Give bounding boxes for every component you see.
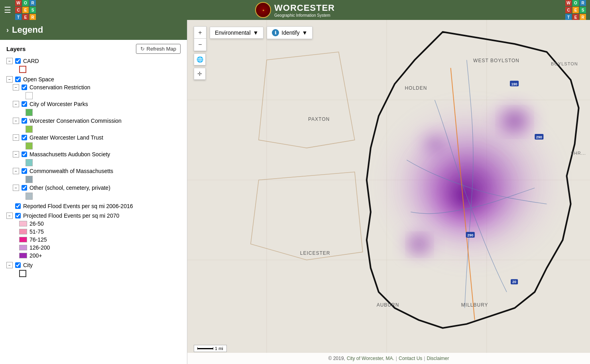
card-swatch-row <box>6 65 181 74</box>
legend-label-76-125: 76-125 <box>30 236 47 243</box>
svg-text:290: 290 <box>536 135 542 139</box>
checkbox-other[interactable] <box>22 185 27 191</box>
collapse-conservation-button[interactable]: − <box>13 84 19 91</box>
crosshair-button[interactable]: ✛ <box>194 68 206 80</box>
layer-label-projected-flood: Projected Flood Events per sq mi 2070 <box>23 212 119 219</box>
zoom-out-button[interactable]: − <box>194 39 206 51</box>
legend-item-26-50: 26-50 <box>6 220 181 228</box>
environmental-dropdown[interactable]: Environmental ▼ <box>210 27 264 39</box>
logo-w: W <box>15 0 22 6</box>
collapse-mas-button[interactable]: − <box>13 151 19 157</box>
gwlt-swatch-row <box>6 142 181 150</box>
layers-title: Layers <box>6 45 26 52</box>
collapse-wcc-button[interactable]: − <box>13 118 19 124</box>
checkbox-com[interactable] <box>22 168 27 174</box>
logo-r-t: T <box>565 14 572 20</box>
legend-item-76-125: 76-125 <box>6 236 181 244</box>
legend-chevron-icon[interactable]: › <box>6 26 9 34</box>
checkbox-gwlt[interactable] <box>22 135 27 140</box>
map-label-boylston: BOYLSTON <box>551 61 578 66</box>
legend-item-200plus: 200+ <box>6 252 181 260</box>
worcester-title: WORCESTER <box>274 3 335 13</box>
contact-us-link[interactable]: Contact Us <box>399 356 422 361</box>
collapse-other-button[interactable]: − <box>13 185 19 191</box>
layer-row-card: − CARD <box>6 57 181 65</box>
worcester-branding: WORCESTER Geographic Information System <box>274 3 335 18</box>
logo-s: S <box>30 7 36 13</box>
checkbox-conservation-restriction[interactable] <box>22 85 27 90</box>
layer-row-com: − Commonwealth of Massachusetts <box>6 167 181 175</box>
logo-r-s: S <box>580 7 586 13</box>
identify-label: Identify <box>281 30 299 36</box>
legend-title: Legend <box>12 25 43 35</box>
layer-label-card: CARD <box>23 58 39 64</box>
identify-dropdown[interactable]: ℹ Identify ▼ <box>267 26 313 39</box>
layer-row-mas: − Massachusetts Audubon Society <box>6 150 181 158</box>
header: ☰ W O R C E S T E R ★ WORCESTER Geograph… <box>0 0 590 20</box>
dropdown-group: Environmental ▼ ℹ Identify ▼ <box>210 26 313 39</box>
svg-text:290: 290 <box>467 233 473 237</box>
map-label-millbury: MILLBURY <box>461 302 488 308</box>
mas-color-swatch <box>26 159 33 166</box>
map-label-paxton: PAXTON <box>308 116 330 122</box>
checkbox-city[interactable] <box>15 262 21 268</box>
layer-group-card: − CARD <box>6 57 181 74</box>
scale-line <box>197 348 213 349</box>
logo-r-c: C <box>565 7 572 13</box>
layer-label-conservation-restriction: Conservation Restriction <box>30 84 90 91</box>
header-center: ★ WORCESTER Geographic Information Syste… <box>255 2 335 18</box>
refresh-label: Refresh Map <box>147 46 176 52</box>
checkbox-card[interactable] <box>15 58 21 64</box>
layer-row-open-space: − Open Space <box>6 75 181 83</box>
checkbox-city-parks[interactable] <box>22 101 27 107</box>
hamburger-icon[interactable]: ☰ <box>4 5 11 15</box>
com-color-swatch <box>26 176 33 183</box>
scale-label: 1 mi <box>215 346 223 351</box>
layer-group-projected-flood: − Projected Flood Events per sq mi 2070 … <box>6 212 181 260</box>
legend-swatch-200plus <box>19 253 27 258</box>
layer-row-reported-flood: Reported Flood Events per sq mi 2006-201… <box>6 202 181 210</box>
legend-swatch-51-75 <box>19 229 27 234</box>
logo-t: T <box>15 14 22 20</box>
zoom-controls: + − <box>194 26 206 51</box>
collapse-city-parks-button[interactable]: − <box>13 101 19 107</box>
zoom-in-button[interactable]: + <box>194 27 206 39</box>
map-label-holden: HOLDEN <box>405 85 427 91</box>
layer-row-conservation-restriction: − Conservation Restriction <box>6 83 181 91</box>
globe-button[interactable]: 🌐 <box>194 53 206 65</box>
collapse-open-space-button[interactable]: − <box>6 76 13 83</box>
refresh-map-button[interactable]: ↻ Refresh Map <box>136 44 181 54</box>
checkbox-mas[interactable] <box>22 152 27 157</box>
sep2: | <box>424 356 425 361</box>
checkbox-open-space[interactable] <box>15 77 21 82</box>
collapse-com-button[interactable]: − <box>13 168 19 174</box>
map-area[interactable]: 190 290 290 20 WEST BOYLSTON HOLDEN <box>187 20 590 364</box>
wrc-logo-right: W O R C E S T E R <box>565 0 586 20</box>
collapse-projected-flood-button[interactable]: − <box>6 212 13 219</box>
collapse-city-button[interactable]: − <box>6 262 13 268</box>
legend-swatch-76-125 <box>19 237 27 242</box>
checkbox-projected-flood[interactable] <box>15 213 21 218</box>
disclaimer-link[interactable]: Disclaimer <box>427 356 449 361</box>
collapse-card-button[interactable]: − <box>6 58 13 64</box>
svg-text:20: 20 <box>512 280 516 284</box>
wrc-logo-left: W O R C E S T E R <box>15 0 36 20</box>
city-link[interactable]: City of Worcester, MA. <box>347 356 394 361</box>
logo-r: R <box>30 0 36 6</box>
checkbox-reported-flood[interactable] <box>15 203 21 209</box>
worcester-seal: ★ <box>255 2 271 18</box>
checkbox-wcc[interactable] <box>22 118 27 124</box>
map-label-sh: SHR... <box>571 151 586 155</box>
collapse-gwlt-button[interactable]: − <box>13 134 19 141</box>
conservation-color-swatch <box>26 92 33 99</box>
layer-label-gwlt: Greater Worcester Land Trust <box>30 134 103 141</box>
logo-r-r2: R <box>580 14 586 20</box>
header-left: ☰ W O R C E S T E R <box>4 0 36 20</box>
logo-r-w: W <box>565 0 572 6</box>
layer-row-wcc: − Worcester Conservation Commission <box>6 117 181 125</box>
layer-row-gwlt: − Greater Worcester Land Trust <box>6 134 181 142</box>
map-label-west-boylston: WEST BOYLSTON <box>473 58 519 63</box>
map-label-leicester: LEICESTER <box>300 250 330 256</box>
logo-r-e2: E <box>572 14 579 20</box>
layer-label-city-parks: City of Worcester Parks <box>30 101 88 107</box>
